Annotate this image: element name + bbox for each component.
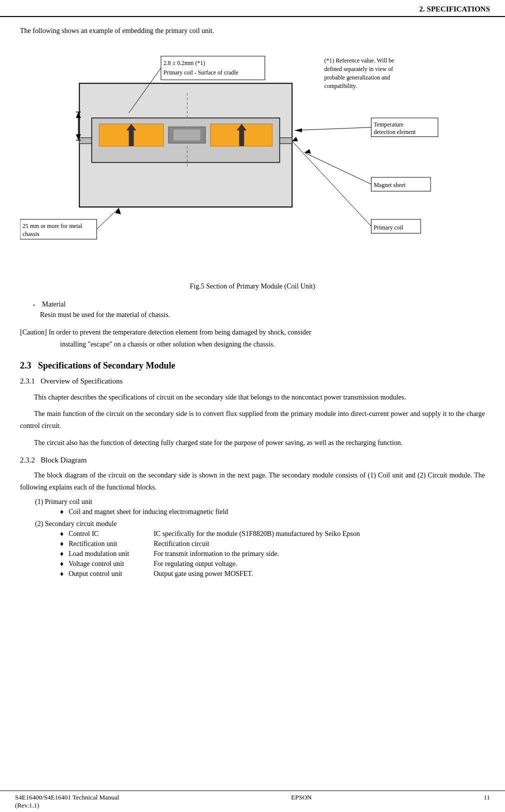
spec-term-control-ic: Control IC [68,530,154,538]
svg-line-36 [292,141,371,226]
svg-text:detection element: detection element [374,128,416,136]
spec-item-voltage: ♦ Voltage control unit For regulating ou… [60,560,485,568]
svg-marker-29 [294,128,302,132]
spec-desc-output: Output gate using power MOSFET. [154,570,485,578]
spec-item-load-mod: ♦ Load modulation unit For transmit info… [60,550,485,558]
svg-rect-34 [371,220,420,234]
svg-rect-16 [161,56,265,80]
svg-text:defined  separately  in  view : defined separately in view of [324,66,393,72]
svg-marker-4 [126,124,136,146]
section-2-3-1-container: 2.3.1 Overview of Specifications This ch… [20,377,485,449]
svg-text:2.8 ± 0.2mm (*1): 2.8 ± 0.2mm (*1) [164,60,205,66]
svg-text:25 mm or more for metal: 25 mm or more for metal [22,222,82,230]
svg-text:chassis: chassis [22,230,40,238]
svg-rect-30 [371,178,430,192]
spec-item-rectification: ♦ Rectification unit Rectification circu… [60,540,485,548]
primary-coil-bullet-list: ♦ Coil and magnet sheet for inducing ele… [60,508,485,516]
material-text: Resin must be used for the material of c… [40,311,485,319]
svg-marker-42 [115,208,121,214]
primary-coil-unit-label: (1) Primary coil unit [35,498,485,506]
section-2-3-container: 2.3 Specifications of Secondary Module [20,360,485,371]
section-2-3-heading: 2.3 Specifications of Secondary Module [20,360,485,371]
figure-container: 2.8 ± 0.2mm (*1) Primary coil - Surface … [20,42,485,278]
caution-indent-text: installing "escape" on a chassis or othe… [60,338,485,350]
spec-term-voltage: Voltage control unit [68,560,154,568]
footer-left: S4E16400/S4E16401 Technical Manual (Rev.… [15,794,119,810]
spec-item-output: ♦ Output control unit Output gate using … [60,570,485,578]
svg-rect-1 [80,138,292,144]
footer-right: 11 [484,794,490,810]
svg-text:compatibility.: compatibility. [324,82,356,90]
svg-text:Primary coil: Primary coil [374,224,404,231]
spec-desc-control-ic: IC specifically for the module (S1F8820B… [154,530,485,538]
diagram-svg: 2.8 ± 0.2mm (*1) Primary coil - Surface … [20,42,485,278]
bullet-dot: ・ [30,300,38,311]
svg-line-32 [304,152,372,184]
section-2-3-2-heading: 2.3.2 Block Diagram [20,456,485,464]
svg-text:(*1) Reference value. Will be: (*1) Reference value. Will be [324,57,394,64]
svg-rect-7 [168,127,206,144]
material-bullet-item: ・ Material [30,300,485,311]
svg-rect-3 [99,124,164,146]
coil-bullet-text: Coil and magnet sheet for inducing elect… [68,508,228,516]
footer-center: EPSON [291,794,312,810]
spec-item-control-ic: ♦ Control IC IC specifically for the mod… [60,530,485,538]
svg-text:probable   generalization   an: probable generalization and [324,74,390,81]
svg-marker-14 [76,134,81,140]
svg-line-19 [129,68,161,113]
svg-rect-25 [371,118,438,137]
figure-caption: Fig.5 Section of Primary Module (Coil Un… [20,282,485,290]
svg-marker-15 [76,112,81,118]
spec-term-load-mod: Load modulation unit [68,550,154,558]
coil-bullet-item: ♦ Coil and magnet sheet for inducing ele… [60,508,485,516]
spec-desc-rectification: Rectification circuit [154,540,485,548]
spec-term-rectification: Rectification unit [68,540,154,548]
header-title: 2. SPECIFICATIONS [420,5,490,13]
svg-rect-0 [80,84,292,207]
svg-marker-6 [236,124,246,146]
section-2-3-2-para1: The block diagram of the circuit on the … [20,470,485,494]
spec-desc-voltage: For regulating output voltage. [154,560,485,568]
secondary-circuit-label: (2) Secondary circuit module [35,520,485,528]
svg-text:Magnet sheet: Magnet sheet [374,182,406,188]
page-header: 2. SPECIFICATIONS [0,0,505,17]
secondary-circuit-list: ♦ Control IC IC specifically for the mod… [60,530,485,578]
section-2-3-1-para2: The main function of the circuit on the … [20,408,485,432]
svg-line-28 [294,128,371,130]
material-section: ・ Material Resin must be used for the ma… [20,300,485,319]
svg-line-41 [96,208,119,230]
page-footer: S4E16400/S4E16401 Technical Manual (Rev.… [0,790,505,812]
svg-rect-8 [174,130,200,141]
section-2-3-2-container: 2.3.2 Block Diagram The block diagram of… [20,456,485,578]
svg-marker-33 [304,149,311,154]
svg-rect-38 [20,220,96,240]
svg-text:Temperature: Temperature [374,121,404,128]
svg-rect-5 [210,124,272,146]
intro-text: The following shows an example of embedd… [20,27,485,35]
caution-text: In order to prevent the temperature dete… [48,328,312,336]
section-2-3-1-heading: 2.3.1 Overview of Specifications [20,377,485,386]
svg-text:Primary coil - Surface of crad: Primary coil - Surface of cradle [164,69,238,76]
material-label: Material [42,300,66,308]
page-content: The following shows an example of embedd… [0,17,505,593]
section-2-3-1-para3: The circuit also has the function of det… [20,437,485,449]
spec-desc-load-mod: For transmit information to the primary … [154,550,485,558]
caution-block: [Caution] In order to prevent the temper… [20,326,485,350]
section-2-3-1-para1: This chapter describes the specification… [20,392,485,404]
caution-label: [Caution] [20,328,47,336]
svg-rect-2 [92,118,280,162]
spec-term-output: Output control unit [68,570,154,578]
svg-marker-37 [292,137,298,142]
